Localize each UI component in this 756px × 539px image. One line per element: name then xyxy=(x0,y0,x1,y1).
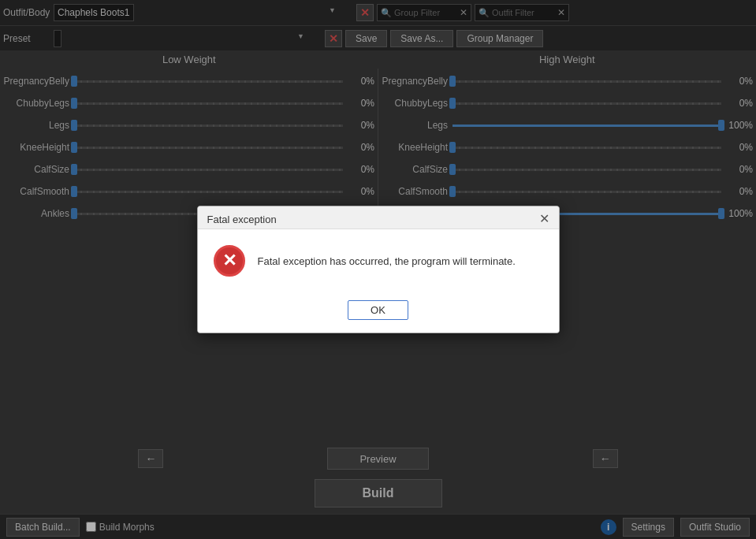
fatal-exception-modal: Fatal exception ✕ ✕ Fatal exception has … xyxy=(197,206,560,333)
modal-close-button[interactable]: ✕ xyxy=(539,213,549,225)
modal-title-bar: Fatal exception ✕ xyxy=(198,206,559,229)
ok-button[interactable]: OK xyxy=(348,300,408,320)
modal-title: Fatal exception xyxy=(207,214,277,225)
modal-body: ✕ Fatal exception has occurred, the prog… xyxy=(198,229,559,292)
modal-message: Fatal exception has occurred, the progra… xyxy=(258,255,516,267)
modal-footer: OK xyxy=(198,292,559,333)
error-icon: ✕ xyxy=(214,245,245,277)
modal-overlay: Fatal exception ✕ ✕ Fatal exception has … xyxy=(0,0,756,539)
